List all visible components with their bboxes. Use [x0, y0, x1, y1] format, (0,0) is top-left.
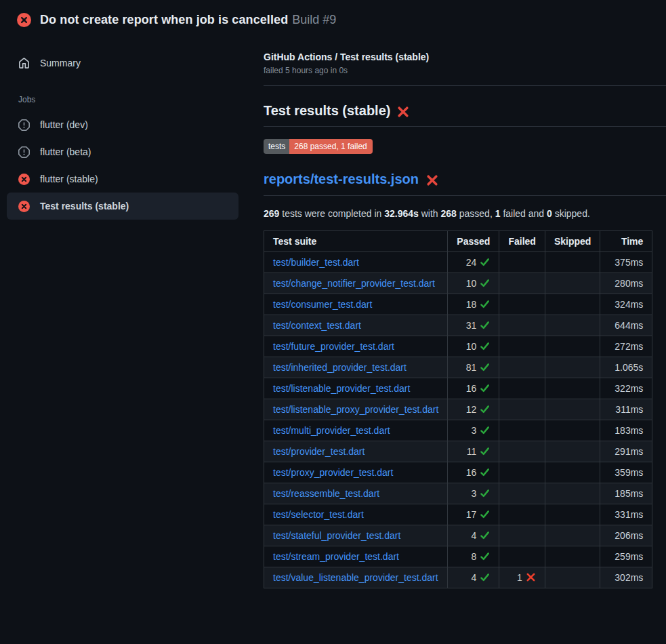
skipped-cell — [545, 525, 600, 546]
skipped-cell — [545, 336, 600, 357]
time-cell: 272ms — [600, 336, 652, 357]
test-suite-link[interactable]: test/future_provider_test.dart — [273, 341, 394, 352]
test-suite-link[interactable]: test/reassemble_test.dart — [273, 488, 379, 499]
table-header-row: Test suite Passed Failed Skipped Time — [264, 231, 652, 252]
badge-value: 268 passed, 1 failed — [289, 139, 372, 154]
test-suite-link[interactable]: test/selector_test.dart — [273, 509, 364, 520]
passed-cell: 16 — [448, 378, 499, 399]
test-suite-link[interactable]: test/consumer_test.dart — [273, 299, 372, 310]
skipped-cell — [545, 483, 600, 504]
test-suite-link[interactable]: test/builder_test.dart — [273, 257, 359, 268]
suite-cell: test/reassemble_test.dart — [264, 483, 448, 504]
time-cell: 183ms — [600, 420, 652, 441]
check-icon — [480, 425, 490, 435]
check-icon — [480, 467, 490, 477]
suite-cell: test/inherited_provider_test.dart — [264, 357, 448, 378]
test-results-table: Test suite Passed Failed Skipped Time te… — [264, 230, 652, 588]
time-cell: 324ms — [600, 294, 652, 315]
job-status-line: failed 5 hours ago in 0s — [264, 66, 666, 75]
section-title: Test results (stable) — [264, 103, 666, 127]
passed-cell: 16 — [448, 462, 499, 483]
build-title-group: Do not create report when job is cancell… — [40, 13, 336, 27]
sidebar-job-item[interactable]: flutter (stable) — [7, 165, 238, 193]
col-skipped: Skipped — [545, 231, 600, 252]
test-suite-link[interactable]: test/context_test.dart — [273, 320, 361, 331]
failed-cell — [499, 441, 545, 462]
table-row: test/listenable_provider_test.dart 16 32… — [264, 378, 652, 399]
sidebar-jobs-list: flutter (dev) flutter (beta) flutter (st… — [7, 111, 264, 220]
test-suite-link[interactable]: test/proxy_provider_test.dart — [273, 467, 393, 478]
failed-cell — [499, 399, 545, 420]
check-icon — [480, 446, 490, 456]
test-suite-link[interactable]: test/provider_test.dart — [273, 446, 365, 457]
sidebar-job-label: Test results (stable) — [40, 201, 129, 212]
sidebar-job-item[interactable]: flutter (beta) — [7, 138, 238, 165]
skipped-cell — [545, 567, 600, 588]
report-heading: reports/test-results.json — [264, 172, 666, 196]
time-cell: 185ms — [600, 483, 652, 504]
sidebar-job-label: flutter (beta) — [40, 146, 91, 157]
suite-cell: test/listenable_provider_test.dart — [264, 378, 448, 399]
skipped-cell — [545, 273, 600, 294]
table-row: test/value_listenable_provider_test.dart… — [264, 567, 652, 588]
failed-cell — [499, 315, 545, 336]
job-status-icon-slot — [18, 146, 30, 158]
test-suite-link[interactable]: test/inherited_provider_test.dart — [273, 362, 407, 373]
sidebar-job-item[interactable]: flutter (dev) — [7, 111, 238, 138]
skipped-cell — [545, 462, 600, 483]
skipped-cell — [545, 357, 600, 378]
home-icon — [18, 58, 30, 69]
sidebar-item-summary[interactable]: Summary — [7, 49, 238, 77]
table-row: test/future_provider_test.dart 10 272ms — [264, 336, 652, 357]
test-suite-link[interactable]: test/value_listenable_provider_test.dart — [273, 572, 438, 583]
passed-cell: 10 — [448, 273, 499, 294]
time-cell: 259ms — [600, 546, 652, 567]
report-file-link[interactable]: reports/test-results.json — [264, 172, 419, 187]
passed-cell: 10 — [448, 336, 499, 357]
passed-cell: 3 — [448, 483, 499, 504]
passed-cell: 18 — [448, 294, 499, 315]
sidebar-job-item[interactable]: Test results (stable) — [7, 193, 238, 220]
workflow-breadcrumb: GitHub Actions / Test results (stable) — [264, 52, 666, 62]
jobs-heading: Jobs — [18, 95, 264, 104]
table-row: test/context_test.dart 31 644ms — [264, 315, 652, 336]
check-icon — [480, 320, 490, 330]
time-cell: 1.065s — [600, 357, 652, 378]
test-suite-link[interactable]: test/multi_provider_test.dart — [273, 425, 390, 436]
test-suite-link[interactable]: test/change_notifier_provider_test.dart — [273, 278, 435, 289]
build-number: Build #9 — [292, 13, 336, 26]
test-suite-link[interactable]: test/listenable_provider_test.dart — [273, 383, 410, 394]
build-header: Do not create report when job is cancell… — [0, 0, 666, 38]
x-circle-fill-icon — [18, 174, 30, 185]
x-circle-fill-icon — [17, 13, 31, 27]
check-icon — [480, 257, 490, 267]
test-suite-link[interactable]: test/stateful_provider_test.dart — [273, 530, 400, 541]
check-icon — [480, 404, 490, 414]
passed-cell: 24 — [448, 252, 499, 273]
table-body: test/builder_test.dart 24 375ms test/cha… — [264, 252, 652, 588]
passed-cell: 17 — [448, 504, 499, 525]
check-icon — [480, 362, 490, 372]
section-title-text: Test results (stable) — [264, 103, 390, 119]
time-cell: 291ms — [600, 441, 652, 462]
suite-cell: test/context_test.dart — [264, 315, 448, 336]
failed-cell — [499, 378, 545, 399]
failed-cell — [499, 273, 545, 294]
check-icon — [480, 488, 490, 498]
table-row: test/builder_test.dart 24 375ms — [264, 252, 652, 273]
test-suite-link[interactable]: test/stream_provider_test.dart — [273, 551, 399, 562]
check-icon — [480, 530, 490, 540]
table-row: test/stream_provider_test.dart 8 259ms — [264, 546, 652, 567]
time-cell: 331ms — [600, 504, 652, 525]
table-row: test/change_notifier_provider_test.dart … — [264, 273, 652, 294]
test-suite-link[interactable]: test/listenable_proxy_provider_test.dart — [273, 404, 438, 415]
check-icon — [480, 299, 490, 309]
failed-cell — [499, 357, 545, 378]
suite-cell: test/value_listenable_provider_test.dart — [264, 567, 448, 588]
skipped-cell — [545, 378, 600, 399]
failed-cell — [499, 336, 545, 357]
passed-cell: 81 — [448, 357, 499, 378]
suite-cell: test/stream_provider_test.dart — [264, 546, 448, 567]
sidebar: Summary Jobs flutter (dev) flutter (beta… — [0, 38, 264, 220]
passed-cell: 11 — [448, 441, 499, 462]
